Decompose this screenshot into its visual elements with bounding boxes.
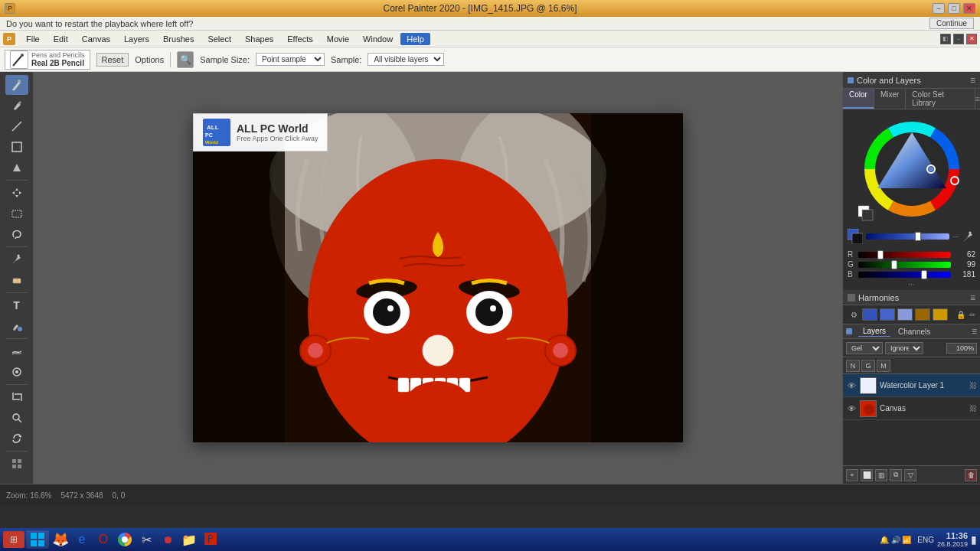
menu-file[interactable]: File	[20, 33, 46, 45]
tool-shape[interactable]	[5, 137, 28, 157]
tool-lasso[interactable]	[5, 224, 28, 244]
tool-pen[interactable]	[5, 249, 28, 269]
eyedropper-color[interactable]	[962, 230, 975, 243]
menu-layers[interactable]: Layers	[118, 33, 155, 45]
tool-dodge[interactable]	[5, 362, 28, 382]
red-slider[interactable]	[858, 252, 951, 258]
svg-point-30	[475, 298, 503, 326]
harmony-swatch-4[interactable]	[915, 308, 930, 321]
taskbar-snip[interactable]: ✂	[136, 531, 156, 548]
continue-button[interactable]: Continue	[929, 18, 974, 29]
tool-fill[interactable]	[5, 158, 28, 178]
green-slider[interactable]	[858, 262, 951, 268]
layer-group-footer[interactable]: ▥	[875, 469, 887, 481]
harmony-swatch-3[interactable]	[897, 308, 913, 321]
menu-help[interactable]: Help	[400, 33, 430, 45]
close-button[interactable]: ✕	[963, 3, 975, 14]
layer-add-dynamic[interactable]: +	[846, 469, 858, 481]
taskbar-opera[interactable]: O	[93, 531, 113, 548]
harmony-swatch-1[interactable]	[862, 308, 877, 321]
panel-restore-btn[interactable]: ◧	[940, 34, 951, 44]
svg-rect-60	[848, 294, 855, 302]
layer-duplicate-footer[interactable]: ⧉	[890, 469, 902, 481]
menu-brushes[interactable]: Brushes	[157, 33, 200, 45]
panel-menu-button[interactable]: ≡	[970, 75, 975, 86]
menu-window[interactable]: Window	[357, 33, 399, 45]
taskbar-files[interactable]: 📁	[179, 531, 199, 548]
harmony-swatch-5[interactable]	[933, 308, 948, 321]
tab-channels[interactable]: Channels	[893, 327, 935, 337]
taskbar-ie[interactable]: e	[72, 531, 92, 548]
menu-effects[interactable]: Effects	[281, 33, 318, 45]
tool-layout[interactable]	[5, 454, 28, 474]
harmonies-menu[interactable]: ≡	[970, 292, 975, 303]
taskbar-record[interactable]: ⏺	[158, 531, 178, 548]
reset-button[interactable]: Reset	[96, 53, 129, 67]
panel-minimize-btn[interactable]: –	[953, 34, 964, 44]
menu-shapes[interactable]: Shapes	[239, 33, 279, 45]
layer-mask-btn[interactable]: M	[877, 360, 890, 372]
layer-item-watercolor[interactable]: 👁 Watercolor Layer 1 ⛓	[843, 374, 980, 397]
harmony-tool[interactable]: ⚙	[848, 308, 860, 321]
harmony-colors: ⚙ 🔒 ✏	[843, 305, 980, 324]
color-panel-menu[interactable]: ≡	[975, 89, 980, 109]
tool-brush[interactable]	[5, 75, 28, 95]
tool-crop[interactable]	[5, 387, 28, 407]
brush-selector[interactable]: Pens and Pencils Real 2B Pencil	[5, 50, 90, 70]
menu-select[interactable]: Select	[201, 33, 237, 45]
blue-slider[interactable]	[858, 272, 951, 278]
svg-point-64	[864, 404, 874, 415]
layer-eye-canvas[interactable]: 👁	[846, 403, 857, 414]
svg-point-2	[18, 80, 21, 83]
tool-move[interactable]	[5, 183, 28, 203]
tool-rotate[interactable]	[5, 429, 28, 448]
composite-method-select[interactable]: Gel Default Multiply	[846, 342, 883, 354]
color-wheel[interactable]	[858, 116, 965, 223]
layer-new-btn[interactable]: N	[846, 360, 860, 372]
color-tab-library[interactable]: Color Set Library	[906, 89, 975, 109]
tool-line[interactable]	[5, 116, 28, 136]
taskbar-powerpoint[interactable]: 🅿	[201, 531, 220, 548]
layer-collapse[interactable]: ▽	[904, 469, 916, 481]
sample-size-select[interactable]: Point sample 3 x 3 Average 5 x 5 Average	[256, 53, 325, 66]
harmony-swatch-2[interactable]	[880, 308, 895, 321]
opacity-input[interactable]	[946, 343, 977, 354]
tool-smear[interactable]	[5, 341, 28, 361]
panel-close-btn[interactable]: ✕	[966, 34, 977, 44]
tool-magnify[interactable]	[5, 408, 28, 428]
layer-delete-btn[interactable]: 🗑	[965, 469, 977, 481]
color-tab-mixer[interactable]: Mixer	[874, 89, 906, 109]
taskbar-start[interactable]: ⊞	[3, 531, 24, 548]
harmony-edit-icon[interactable]: ✏	[969, 311, 975, 319]
tool-eraser[interactable]	[5, 270, 28, 290]
restore-button[interactable]: □	[948, 3, 960, 14]
menu-edit[interactable]: Edit	[47, 33, 74, 45]
hue-bar[interactable]	[866, 233, 949, 240]
svg-point-29	[373, 298, 400, 326]
tool-paint-bucket[interactable]	[5, 316, 28, 336]
sample-select[interactable]: All visible layers Current layer	[368, 53, 444, 66]
layers-menu[interactable]: ≡	[972, 326, 977, 337]
tool-dropper[interactable]	[5, 96, 28, 116]
color-tab-color[interactable]: Color	[843, 89, 874, 109]
taskbar-firefox[interactable]: 🦊	[51, 531, 70, 548]
layer-item-canvas[interactable]: 👁 Canvas ⛓	[843, 397, 980, 420]
layer-eye-watercolor[interactable]: 👁	[846, 380, 857, 391]
layer-group-btn[interactable]: G	[861, 360, 875, 372]
layer-mask-footer[interactable]: ⬜	[861, 469, 873, 481]
minimize-button[interactable]: –	[933, 3, 945, 14]
taskbar-windows[interactable]	[26, 530, 49, 549]
color-swatch-fg[interactable]	[848, 229, 863, 244]
harmony-lock-icon[interactable]: 🔒	[956, 311, 965, 319]
preserve-transparency-select[interactable]: Ignore Preserve	[885, 342, 923, 354]
menu-movie[interactable]: Movie	[321, 33, 355, 45]
tool-text[interactable]: T	[5, 295, 28, 315]
taskbar-show-desktop[interactable]: ▮	[971, 533, 977, 546]
menu-canvas[interactable]: Canvas	[76, 33, 116, 45]
eyedropper-tool-btn[interactable]: 🔍	[177, 51, 194, 68]
tool-rect-select[interactable]	[5, 204, 28, 223]
tab-layers[interactable]: Layers	[858, 326, 890, 337]
rgb-sliders: R 62 G 99 B 181 ···	[843, 247, 980, 290]
menu-bar: P File Edit Canvas Layers Brushes Select…	[0, 31, 980, 47]
taskbar-chrome[interactable]	[115, 531, 135, 548]
